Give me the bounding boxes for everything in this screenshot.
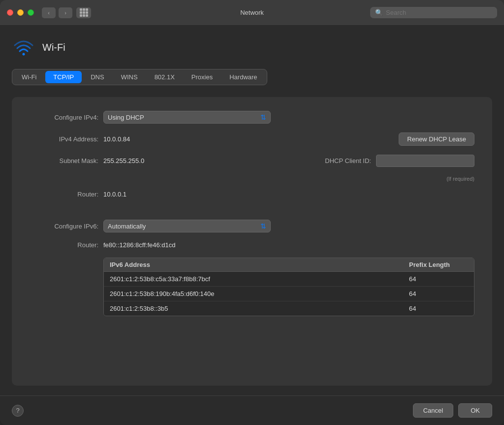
subnet-mask-label: Subnet Mask: <box>30 157 98 164</box>
nav-buttons: ‹ › <box>42 7 72 18</box>
grid-button[interactable] <box>76 7 91 18</box>
ipv6-address-3: 2601:c1:2:53b8::3b5 <box>110 305 409 312</box>
bottom-bar: ? Cancel OK <box>0 395 504 425</box>
ipv4-address-row: IPv4 Address: 10.0.0.84 Renew DHCP Lease <box>30 132 474 146</box>
svg-point-0 <box>23 53 25 56</box>
prefix-length-3: 64 <box>409 305 468 312</box>
ipv6-address-2: 2601:c1:2:53b8:190b:4fa5:d6f0:140e <box>110 290 409 297</box>
table-row: 2601:c1:2:53b8::3b5 64 <box>104 301 474 316</box>
col-header-address: IPv6 Address <box>110 261 409 268</box>
titlebar: ‹ › Network 🔍 <box>0 0 504 26</box>
configure-ipv6-label: Configure IPv6: <box>30 223 98 230</box>
ok-button[interactable]: OK <box>458 403 492 418</box>
forward-icon: › <box>64 10 66 16</box>
maximize-button[interactable] <box>28 9 34 16</box>
if-required-row: (If required) <box>30 176 474 182</box>
tab-proxies[interactable]: Proxies <box>184 71 220 83</box>
tab-8021x[interactable]: 802.1X <box>147 71 183 83</box>
prefix-length-2: 64 <box>409 290 468 297</box>
router-value: 10.0.0.1 <box>103 191 126 198</box>
configure-ipv4-row: Configure IPv4: Using DHCP ⇅ <box>30 111 474 124</box>
table-header: IPv6 Address Prefix Length <box>104 258 474 272</box>
renew-dhcp-button[interactable]: Renew DHCP Lease <box>399 132 474 146</box>
search-icon: 🔍 <box>375 9 383 16</box>
ipv4-address-value: 10.0.0.84 <box>103 135 130 143</box>
prefix-length-1: 64 <box>409 275 468 283</box>
ipv4-address-label: IPv4 Address: <box>30 135 98 143</box>
cancel-button[interactable]: Cancel <box>413 403 453 418</box>
configure-ipv6-select[interactable]: Automatically ⇅ <box>103 220 271 232</box>
wifi-header: Wi-Fi <box>12 35 492 59</box>
search-input[interactable] <box>386 9 492 16</box>
configure-ipv4-value: Using DHCP <box>108 114 144 121</box>
configure-ipv6-row: Configure IPv6: Automatically ⇅ <box>30 220 474 232</box>
traffic-lights <box>7 9 34 16</box>
tab-wins[interactable]: WINS <box>113 71 146 83</box>
router-row: Router: 10.0.0.1 <box>30 191 474 198</box>
ipv6-router-label: Router: <box>30 241 98 249</box>
dhcp-client-id-label: DHCP Client ID: <box>325 157 371 164</box>
forward-button[interactable]: › <box>59 7 72 18</box>
wifi-title: Wi-Fi <box>42 42 65 53</box>
tab-wifi[interactable]: Wi-Fi <box>14 71 44 83</box>
table-body: 2601:c1:2:53b8:c5a:33a7:f8b8:7bcf 64 260… <box>104 272 474 316</box>
bottom-actions: Cancel OK <box>413 403 492 418</box>
back-button[interactable]: ‹ <box>42 7 56 18</box>
configure-ipv4-select[interactable]: Using DHCP ⇅ <box>103 111 271 124</box>
tab-tcpip[interactable]: TCP/IP <box>45 71 82 83</box>
chevron-updown-icon: ⇅ <box>260 113 266 121</box>
chevron-updown-icon-2: ⇅ <box>260 222 266 230</box>
tab-bar: Wi-Fi TCP/IP DNS WINS 802.1X Proxies Har… <box>12 69 267 85</box>
close-button[interactable] <box>7 9 13 16</box>
search-bar[interactable]: 🔍 <box>370 7 497 18</box>
subnet-mask-value: 255.255.255.0 <box>103 157 144 164</box>
table-row: 2601:c1:2:53b8:190b:4fa5:d6f0:140e 64 <box>104 287 474 301</box>
ipv6-table: IPv6 Address Prefix Length 2601:c1:2:53b… <box>103 258 474 316</box>
table-row: 2601:c1:2:53b8:c5a:33a7:f8b8:7bcf 64 <box>104 272 474 287</box>
ipv6-router-value: fe80::1286:8cff:fe46:d1cd <box>103 241 176 249</box>
dhcp-client-id-input[interactable] <box>376 155 474 167</box>
grid-icon <box>80 8 88 17</box>
ipv6-address-1: 2601:c1:2:53b8:c5a:33a7:f8b8:7bcf <box>110 275 409 283</box>
help-button[interactable]: ? <box>12 405 24 417</box>
main-window: ‹ › Network 🔍 <box>0 0 504 425</box>
subnet-dhcp-row: Subnet Mask: 255.255.255.0 DHCP Client I… <box>30 155 474 167</box>
configure-ipv6-value: Automatically <box>108 223 146 230</box>
main-content: Wi-Fi Wi-Fi TCP/IP DNS WINS 802.1X Proxi… <box>0 26 504 395</box>
if-required-text: (If required) <box>376 176 474 182</box>
window-title: Network <box>240 9 264 16</box>
wifi-icon <box>12 35 35 59</box>
tab-hardware[interactable]: Hardware <box>221 71 265 83</box>
col-header-prefix: Prefix Length <box>409 261 468 268</box>
back-icon: ‹ <box>48 10 50 16</box>
minimize-button[interactable] <box>17 9 24 16</box>
router-label: Router: <box>30 191 98 198</box>
tcp-ip-panel: Configure IPv4: Using DHCP ⇅ IPv4 Addres… <box>12 97 492 386</box>
configure-ipv4-label: Configure IPv4: <box>30 114 98 121</box>
tab-dns[interactable]: DNS <box>83 71 112 83</box>
ipv6-router-row: Router: fe80::1286:8cff:fe46:d1cd <box>30 241 474 249</box>
